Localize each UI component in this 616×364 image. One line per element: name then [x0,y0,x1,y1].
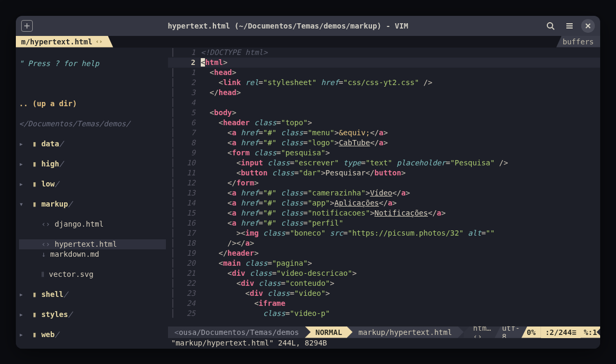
status-column: %:1 [581,326,600,338]
tree-dir-data[interactable]: ▸ ▮ data/ [19,139,166,149]
hamburger-icon [565,21,574,31]
tree-dir-shell[interactable]: ▸ ▮ shell/ [19,290,166,300]
tab-label: m/hypertext.html [21,38,92,46]
buffer-tab-active[interactable]: m/hypertext.html ‹› [16,36,113,48]
close-button[interactable] [581,19,595,33]
status-line: <ousa/Documentos/Temas/demos NORMAL mark… [168,326,600,338]
menu-button[interactable] [562,18,577,33]
tree-dir-markup[interactable]: ▾ ▮ markup/ [19,199,166,209]
new-tab-button[interactable] [21,20,33,32]
tree-dir-web[interactable]: ▸ ▮ web/ [19,330,166,340]
current-line: 2<html> [168,58,600,68]
file-tree[interactable]: " Press ? for help .. (up a dir) </Docum… [16,48,168,349]
search-icon [546,21,555,31]
titlebar: hypertext.html (~/Documentos/Temas/demos… [16,16,600,36]
tree-path: </Documentos/Temas/demos/ [19,119,166,129]
status-mode: NORMAL [305,326,353,338]
window-title: hypertext.html (~/Documentos/Temas/demos… [37,22,539,30]
code-editor[interactable]: │1<!DOCTYPE html> 2<html> │1 <head> │2 <… [168,48,600,349]
diamond-icon: ‹› [96,38,102,45]
buffers-label[interactable]: buffers [556,36,600,48]
terminal-window: hypertext.html (~/Documentos/Temas/demos… [16,16,600,349]
plus-icon [24,23,30,29]
tree-file-django[interactable]: ‹› django.html [19,219,166,229]
tree-file-hypertext[interactable]: ‹› hypertext.html [19,239,166,249]
editor-body: " Press ? for help .. (up a dir) </Docum… [16,48,600,349]
status-filetype: htm… ‹› [464,326,501,338]
tree-dir-high[interactable]: ▸ ▮ high/ [19,159,166,169]
search-button[interactable] [543,18,558,33]
doctype: <!DOCTYPE html> [201,48,267,57]
tree-dir-styles[interactable]: ▸ ▮ styles/ [19,310,166,320]
close-icon [585,23,591,29]
code-lines: │1<!DOCTYPE html> 2<html> │1 <head> │2 <… [168,48,600,326]
status-file: markup/hypertext.html [347,326,464,338]
buffer-tabbar: m/hypertext.html ‹› buffers [16,36,600,48]
svg-point-0 [547,23,553,28]
tree-help-hint: " Press ? for help [19,59,166,69]
tree-file-markdown[interactable]: ↓ markdown.md [19,249,166,259]
status-position: :2/244≡ [541,326,581,338]
status-cwd: <ousa/Documentos/Temas/demos [168,326,311,338]
command-line[interactable]: "markup/hypertext.html" 244L, 8294B [168,338,600,349]
tree-dir-low[interactable]: ▸ ▮ low/ [19,179,166,189]
tree-up-dir[interactable]: .. (up a dir) [19,99,166,109]
tree-file-vector[interactable]: ⦀ vector.svg [19,269,166,279]
